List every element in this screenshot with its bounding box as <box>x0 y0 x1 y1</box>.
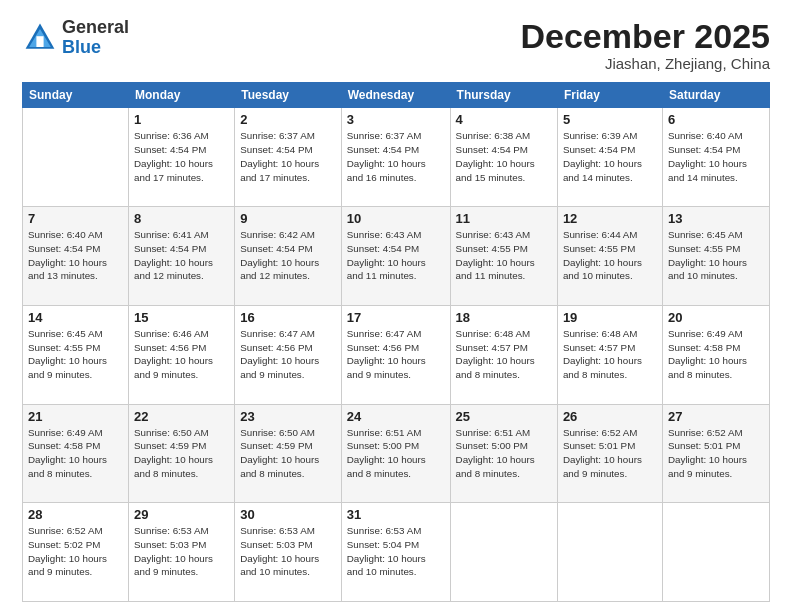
day-number: 20 <box>668 310 764 325</box>
day-info: Sunrise: 6:47 AMSunset: 4:56 PMDaylight:… <box>240 327 336 382</box>
day-number: 13 <box>668 211 764 226</box>
day-info: Sunrise: 6:40 AMSunset: 4:54 PMDaylight:… <box>668 129 764 184</box>
day-number: 3 <box>347 112 445 127</box>
cell-week3-day6: 20Sunrise: 6:49 AMSunset: 4:58 PMDayligh… <box>662 305 769 404</box>
col-thursday: Thursday <box>450 83 557 108</box>
day-number: 12 <box>563 211 657 226</box>
cell-week5-day2: 30Sunrise: 6:53 AMSunset: 5:03 PMDayligh… <box>235 503 342 602</box>
day-number: 22 <box>134 409 229 424</box>
logo-blue-text: Blue <box>62 38 129 58</box>
cell-week3-day0: 14Sunrise: 6:45 AMSunset: 4:55 PMDayligh… <box>23 305 129 404</box>
col-tuesday: Tuesday <box>235 83 342 108</box>
cell-week1-day4: 4Sunrise: 6:38 AMSunset: 4:54 PMDaylight… <box>450 108 557 207</box>
title-month: December 2025 <box>520 18 770 55</box>
week-row-3: 14Sunrise: 6:45 AMSunset: 4:55 PMDayligh… <box>23 305 770 404</box>
cell-week5-day1: 29Sunrise: 6:53 AMSunset: 5:03 PMDayligh… <box>128 503 234 602</box>
day-number: 30 <box>240 507 336 522</box>
day-number: 17 <box>347 310 445 325</box>
day-number: 5 <box>563 112 657 127</box>
day-number: 29 <box>134 507 229 522</box>
day-info: Sunrise: 6:38 AMSunset: 4:54 PMDaylight:… <box>456 129 552 184</box>
day-info: Sunrise: 6:43 AMSunset: 4:54 PMDaylight:… <box>347 228 445 283</box>
day-number: 21 <box>28 409 123 424</box>
day-number: 15 <box>134 310 229 325</box>
col-monday: Monday <box>128 83 234 108</box>
day-info: Sunrise: 6:47 AMSunset: 4:56 PMDaylight:… <box>347 327 445 382</box>
day-number: 7 <box>28 211 123 226</box>
cell-week5-day5 <box>557 503 662 602</box>
cell-week1-day3: 3Sunrise: 6:37 AMSunset: 4:54 PMDaylight… <box>341 108 450 207</box>
calendar-header-row: Sunday Monday Tuesday Wednesday Thursday… <box>23 83 770 108</box>
day-number: 31 <box>347 507 445 522</box>
logo-text: General Blue <box>62 18 129 58</box>
logo-icon <box>22 20 58 56</box>
day-number: 26 <box>563 409 657 424</box>
day-number: 18 <box>456 310 552 325</box>
cell-week4-day2: 23Sunrise: 6:50 AMSunset: 4:59 PMDayligh… <box>235 404 342 503</box>
cell-week3-day3: 17Sunrise: 6:47 AMSunset: 4:56 PMDayligh… <box>341 305 450 404</box>
cell-week4-day0: 21Sunrise: 6:49 AMSunset: 4:58 PMDayligh… <box>23 404 129 503</box>
week-row-1: 1Sunrise: 6:36 AMSunset: 4:54 PMDaylight… <box>23 108 770 207</box>
cell-week2-day1: 8Sunrise: 6:41 AMSunset: 4:54 PMDaylight… <box>128 207 234 306</box>
title-block: December 2025 Jiashan, Zhejiang, China <box>520 18 770 72</box>
svg-rect-2 <box>36 36 43 47</box>
day-info: Sunrise: 6:53 AMSunset: 5:03 PMDaylight:… <box>240 524 336 579</box>
cell-week2-day5: 12Sunrise: 6:44 AMSunset: 4:55 PMDayligh… <box>557 207 662 306</box>
cell-week1-day1: 1Sunrise: 6:36 AMSunset: 4:54 PMDaylight… <box>128 108 234 207</box>
day-number: 8 <box>134 211 229 226</box>
day-number: 16 <box>240 310 336 325</box>
header: General Blue December 2025 Jiashan, Zhej… <box>22 18 770 72</box>
day-number: 2 <box>240 112 336 127</box>
day-number: 6 <box>668 112 764 127</box>
cell-week2-day3: 10Sunrise: 6:43 AMSunset: 4:54 PMDayligh… <box>341 207 450 306</box>
day-number: 14 <box>28 310 123 325</box>
page: General Blue December 2025 Jiashan, Zhej… <box>0 0 792 612</box>
day-number: 10 <box>347 211 445 226</box>
cell-week3-day5: 19Sunrise: 6:48 AMSunset: 4:57 PMDayligh… <box>557 305 662 404</box>
logo-general-text: General <box>62 18 129 38</box>
day-info: Sunrise: 6:37 AMSunset: 4:54 PMDaylight:… <box>347 129 445 184</box>
logo: General Blue <box>22 18 129 58</box>
day-number: 1 <box>134 112 229 127</box>
day-info: Sunrise: 6:43 AMSunset: 4:55 PMDaylight:… <box>456 228 552 283</box>
cell-week4-day4: 25Sunrise: 6:51 AMSunset: 5:00 PMDayligh… <box>450 404 557 503</box>
cell-week4-day1: 22Sunrise: 6:50 AMSunset: 4:59 PMDayligh… <box>128 404 234 503</box>
cell-week4-day5: 26Sunrise: 6:52 AMSunset: 5:01 PMDayligh… <box>557 404 662 503</box>
day-number: 9 <box>240 211 336 226</box>
day-number: 11 <box>456 211 552 226</box>
cell-week2-day0: 7Sunrise: 6:40 AMSunset: 4:54 PMDaylight… <box>23 207 129 306</box>
day-info: Sunrise: 6:50 AMSunset: 4:59 PMDaylight:… <box>134 426 229 481</box>
day-number: 24 <box>347 409 445 424</box>
day-info: Sunrise: 6:39 AMSunset: 4:54 PMDaylight:… <box>563 129 657 184</box>
title-location: Jiashan, Zhejiang, China <box>520 55 770 72</box>
day-info: Sunrise: 6:52 AMSunset: 5:01 PMDaylight:… <box>563 426 657 481</box>
day-info: Sunrise: 6:49 AMSunset: 4:58 PMDaylight:… <box>28 426 123 481</box>
day-info: Sunrise: 6:45 AMSunset: 4:55 PMDaylight:… <box>668 228 764 283</box>
calendar-body: 1Sunrise: 6:36 AMSunset: 4:54 PMDaylight… <box>23 108 770 602</box>
day-info: Sunrise: 6:48 AMSunset: 4:57 PMDaylight:… <box>563 327 657 382</box>
day-info: Sunrise: 6:53 AMSunset: 5:04 PMDaylight:… <box>347 524 445 579</box>
cell-week1-day6: 6Sunrise: 6:40 AMSunset: 4:54 PMDaylight… <box>662 108 769 207</box>
day-number: 25 <box>456 409 552 424</box>
cell-week5-day0: 28Sunrise: 6:52 AMSunset: 5:02 PMDayligh… <box>23 503 129 602</box>
day-info: Sunrise: 6:45 AMSunset: 4:55 PMDaylight:… <box>28 327 123 382</box>
calendar-table: Sunday Monday Tuesday Wednesday Thursday… <box>22 82 770 602</box>
week-row-4: 21Sunrise: 6:49 AMSunset: 4:58 PMDayligh… <box>23 404 770 503</box>
cell-week3-day2: 16Sunrise: 6:47 AMSunset: 4:56 PMDayligh… <box>235 305 342 404</box>
cell-week2-day4: 11Sunrise: 6:43 AMSunset: 4:55 PMDayligh… <box>450 207 557 306</box>
day-info: Sunrise: 6:52 AMSunset: 5:01 PMDaylight:… <box>668 426 764 481</box>
day-info: Sunrise: 6:44 AMSunset: 4:55 PMDaylight:… <box>563 228 657 283</box>
cell-week4-day3: 24Sunrise: 6:51 AMSunset: 5:00 PMDayligh… <box>341 404 450 503</box>
day-number: 4 <box>456 112 552 127</box>
cell-week5-day4 <box>450 503 557 602</box>
cell-week5-day6 <box>662 503 769 602</box>
day-number: 27 <box>668 409 764 424</box>
day-info: Sunrise: 6:40 AMSunset: 4:54 PMDaylight:… <box>28 228 123 283</box>
day-info: Sunrise: 6:41 AMSunset: 4:54 PMDaylight:… <box>134 228 229 283</box>
day-info: Sunrise: 6:50 AMSunset: 4:59 PMDaylight:… <box>240 426 336 481</box>
cell-week1-day5: 5Sunrise: 6:39 AMSunset: 4:54 PMDaylight… <box>557 108 662 207</box>
day-info: Sunrise: 6:46 AMSunset: 4:56 PMDaylight:… <box>134 327 229 382</box>
week-row-2: 7Sunrise: 6:40 AMSunset: 4:54 PMDaylight… <box>23 207 770 306</box>
col-saturday: Saturday <box>662 83 769 108</box>
col-sunday: Sunday <box>23 83 129 108</box>
